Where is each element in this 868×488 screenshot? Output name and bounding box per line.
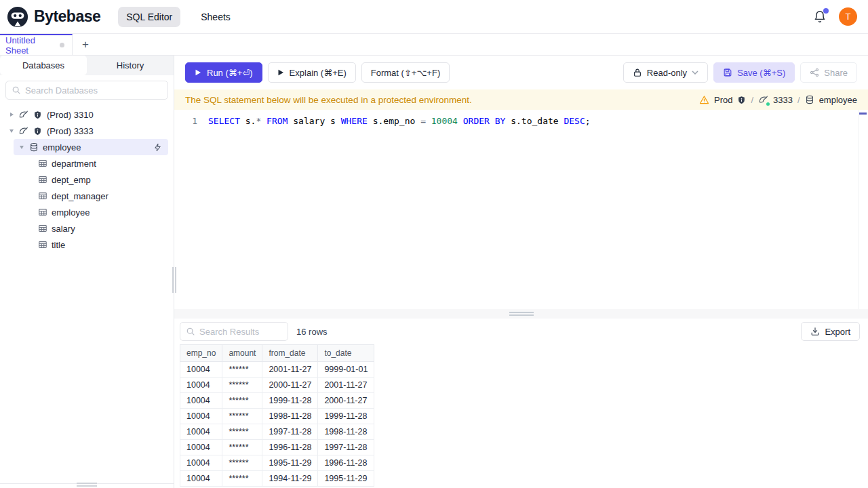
readonly-dropdown[interactable]: Read-only (623, 62, 708, 83)
database-icon (28, 142, 39, 152)
sidebar-resize-handle[interactable] (172, 267, 176, 293)
table-label: department (52, 159, 96, 169)
table-cell: 10004 (180, 471, 222, 487)
environment-label: Prod (714, 95, 732, 105)
run-button[interactable]: Run (⌘+⏎) (185, 62, 262, 83)
table-row[interactable]: 10004******1997-11-281998-11-28 (180, 424, 374, 440)
tree-instance-3333[interactable]: (Prod) 3333 (0, 123, 174, 139)
results-panel: 16 rows Export emp_noamountfrom_dateto_d… (174, 319, 868, 488)
nav-sql-editor[interactable]: SQL Editor (118, 7, 180, 27)
breadcrumb-separator: / (751, 95, 753, 105)
format-label: Format (⇧+⌥+F) (371, 68, 440, 78)
share-button[interactable]: Share (800, 62, 857, 83)
database-crumb[interactable]: employee (819, 95, 857, 105)
results-search[interactable] (180, 322, 288, 341)
sidebar-bottom-resize-handle[interactable] (77, 483, 97, 487)
tab-untitled-sheet[interactable]: Untitled Sheet (0, 34, 73, 55)
results-table-body: 10004******2001-11-279999-01-0110004****… (180, 362, 374, 487)
table-cell: ****** (222, 362, 262, 378)
table-cell: 1996-11-28 (318, 455, 374, 471)
explain-button[interactable]: Explain (⌘+E) (268, 62, 356, 83)
banner-message: The SQL statement below will be executed… (185, 95, 472, 105)
code-token: 10004 (431, 116, 458, 126)
sql-editor[interactable]: 1 SELECT s.* FROM salary s WHERE s.emp_n… (174, 110, 868, 309)
run-label: Run (⌘+⏎) (207, 68, 253, 78)
play-icon (277, 69, 285, 77)
tree-table-employee[interactable]: employee (0, 204, 174, 220)
table-label: dept_manager (52, 191, 108, 201)
instance-crumb[interactable]: 3333 (773, 95, 793, 105)
table-row[interactable]: 10004******1999-11-282000-11-27 (180, 393, 374, 409)
search-results-input[interactable] (199, 327, 282, 337)
table-cell: 1994-11-29 (262, 471, 318, 487)
share-icon (810, 68, 819, 77)
results-header-row: emp_noamountfrom_dateto_date (180, 345, 374, 362)
results-table: emp_noamountfrom_dateto_date 10004******… (180, 344, 374, 487)
results-resize-handle[interactable] (509, 312, 534, 316)
app-header: Bytebase SQL Editor Sheets T (0, 0, 868, 34)
code-token: salary s (288, 116, 340, 126)
avatar[interactable]: T (839, 7, 857, 26)
table-cell: ****** (222, 409, 262, 424)
tree-table-salary[interactable]: salary (0, 220, 174, 237)
table-row[interactable]: 10004******2000-11-272001-11-27 (180, 378, 374, 393)
editor-toolbar: Run (⌘+⏎) Explain (⌘+E) Format (⇧+⌥+F) R… (174, 56, 868, 89)
warning-triangle-icon (699, 95, 709, 105)
table-cell: 2001-11-27 (318, 378, 374, 393)
chevron-down-icon[interactable] (9, 128, 14, 134)
table-cell: 10004 (180, 455, 222, 471)
table-label: salary (52, 224, 75, 234)
table-cell: 10004 (180, 424, 222, 440)
code-token: WHERE (341, 116, 368, 126)
column-header: emp_no (180, 345, 222, 362)
table-row[interactable]: 10004******1998-11-281999-11-28 (180, 409, 374, 424)
chevron-right-icon[interactable] (9, 112, 14, 117)
sidebar-tabs: Databases History (0, 56, 174, 75)
mysql-icon (758, 95, 768, 105)
tree-database-employee[interactable]: employee (14, 139, 168, 155)
save-button[interactable]: Save (⌘+S) (713, 62, 795, 83)
table-cell: 9999-01-01 (318, 362, 374, 378)
table-cell: ****** (222, 378, 262, 393)
export-button[interactable]: Export (801, 322, 860, 341)
table-row[interactable]: 10004******1995-11-291996-11-28 (180, 455, 374, 471)
tree-table-dept-manager[interactable]: dept_manager (0, 188, 174, 204)
table-cell: 2000-11-27 (262, 378, 318, 393)
tree-table-dept-emp[interactable]: dept_emp (0, 171, 174, 188)
bell-icon[interactable] (813, 10, 827, 24)
tab-history[interactable]: History (87, 56, 174, 75)
share-label: Share (824, 68, 848, 78)
table-icon (37, 191, 47, 201)
chevron-down-icon[interactable] (19, 144, 24, 150)
lightning-icon[interactable] (153, 142, 163, 152)
nav-sheets[interactable]: Sheets (193, 7, 239, 27)
tree-table-title[interactable]: title (0, 237, 174, 253)
table-row[interactable]: 10004******1996-11-281997-11-28 (180, 440, 374, 455)
database-search[interactable] (5, 81, 168, 100)
export-label: Export (825, 327, 850, 337)
code-token: s. (240, 116, 256, 126)
table-cell: 10004 (180, 378, 222, 393)
table-cell: 10004 (180, 362, 222, 378)
bytebase-logo[interactable]: Bytebase (7, 6, 100, 28)
panel-divider (174, 309, 868, 319)
table-cell: 1997-11-28 (318, 440, 374, 455)
main-panel: Run (⌘+⏎) Explain (⌘+E) Format (⇧+⌥+F) R… (174, 56, 868, 488)
table-cell: ****** (222, 471, 262, 487)
table-cell: 1999-11-28 (318, 409, 374, 424)
code-line-tokens: SELECT s.* FROM salary s WHERE s.emp_no … (208, 115, 591, 127)
tab-databases[interactable]: Databases (0, 56, 87, 75)
table-row[interactable]: 10004******1994-11-291995-11-29 (180, 471, 374, 487)
table-cell: 1998-11-28 (318, 424, 374, 440)
database-tree: (Prod) 3310 (Prod) 3333 employee departm… (0, 105, 174, 253)
tree-instance-3310[interactable]: (Prod) 3310 (0, 106, 174, 123)
code-token: ; (585, 116, 591, 126)
tree-table-department[interactable]: department (0, 155, 174, 171)
code-token: SELECT (208, 116, 240, 126)
search-databases-input[interactable] (25, 85, 162, 96)
add-sheet-button[interactable]: + (73, 34, 98, 55)
format-button[interactable]: Format (⇧+⌥+F) (361, 62, 450, 83)
code-token: s.emp_no (368, 116, 420, 126)
table-cell: 2000-11-27 (318, 393, 374, 409)
table-row[interactable]: 10004******2001-11-279999-01-01 (180, 362, 374, 378)
